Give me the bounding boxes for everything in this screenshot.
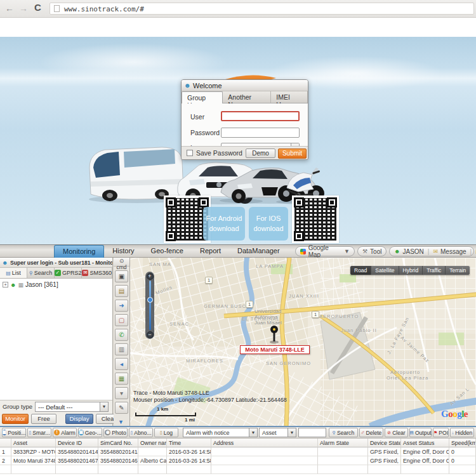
zoom-handle[interactable]	[147, 297, 153, 303]
user-input[interactable]	[221, 111, 300, 121]
session-pill: ☻ JASON | ✉ Message | ▮ Exit	[389, 246, 474, 256]
asset-filter-select[interactable]: Asset ▼	[259, 428, 296, 437]
login-tab-another-name[interactable]: Another Name	[223, 91, 271, 103]
login-tab-group-user[interactable]: Group User	[182, 91, 223, 103]
login-tab-imei-user[interactable]: IMEI User	[271, 91, 308, 103]
nav-tab-report[interactable]: Report	[192, 245, 229, 258]
vehicle-marker-icon[interactable]	[269, 325, 279, 344]
sidebar-tab-search[interactable]: ⚲Search	[27, 268, 55, 278]
cmd-tool-8-button[interactable]: ▦	[115, 373, 128, 385]
zoom-track[interactable]	[149, 281, 151, 330]
ios-download-button[interactable]: For IOS download	[249, 207, 288, 241]
column-header[interactable]: Asset Status	[401, 439, 449, 447]
map-provider-select[interactable]: Google Map ▼	[295, 246, 355, 256]
column-header[interactable]: Device ID	[56, 439, 98, 447]
column-header[interactable]: Asset	[11, 439, 56, 447]
reload-icon[interactable]: C	[34, 2, 41, 13]
submit-button[interactable]: Submit	[278, 149, 307, 159]
cmd-tool-9-button[interactable]: ▾	[115, 387, 128, 399]
table-row[interactable]: 2Moto Maruti 3748-LL35548802014676935548…	[0, 456, 476, 465]
cmd-tool-3-button[interactable]: ➜	[115, 300, 128, 312]
nav-tab-datamanager[interactable]: DataManager	[229, 245, 288, 258]
bottom-tab-log[interactable]: ▯Log	[154, 428, 178, 437]
chevron-down-icon[interactable]: ▼	[249, 428, 257, 437]
zoom-out-icon[interactable]: −	[147, 331, 154, 338]
asset-filter-value: Asset	[262, 430, 277, 436]
nav-tab-geo-fence[interactable]: Geo-fence	[143, 245, 192, 258]
action-button-label: Hidden	[455, 430, 472, 436]
map-type-hybrid[interactable]: Hybrid	[399, 266, 423, 275]
map-canvas[interactable]: SAN MALA PAMPALos MollesSENACGERMAN BUSC…	[130, 258, 476, 426]
delete-button[interactable]: ✐Delete	[359, 428, 383, 437]
cmd-tool-10-button[interactable]: ✎	[115, 402, 128, 414]
map-type-terrain[interactable]: Terrain	[446, 266, 470, 275]
search-button[interactable]: ⚲Search	[329, 428, 358, 437]
chevron-down-icon[interactable]: ▼	[344, 248, 350, 255]
bottom-tab-abno[interactable]: ▯Abno...	[129, 428, 153, 437]
map-zoom-slider[interactable]: + −	[145, 272, 154, 339]
cmd-tool-4-button[interactable]: ▢	[115, 314, 128, 326]
marker-label[interactable]: Moto Maruti 3748-LLE	[240, 345, 310, 354]
expander-icon[interactable]: +	[3, 282, 8, 288]
clear-button[interactable]: ⊘Clear	[385, 428, 408, 437]
android-download-button[interactable]: For Android download	[203, 207, 245, 241]
cmd-tool-2-button[interactable]: ▤	[115, 285, 128, 297]
display-button[interactable]: Display	[65, 414, 93, 424]
monitor-button[interactable]: Monitor	[2, 414, 29, 424]
map-type-road[interactable]: Road	[350, 266, 371, 275]
sidebar-tab-sms360[interactable]: ✉SMS360	[82, 268, 112, 278]
table-row[interactable]: 13833RZP - MOTO3554880201414083554880201…	[0, 447, 476, 456]
google-logo: Google	[441, 409, 468, 420]
sidebar-tab-gprs2[interactable]: ✓GPRS2	[55, 268, 83, 278]
url-text[interactable]: www.sinotrack.com/#	[64, 5, 144, 13]
nav-tab-monitoring[interactable]: Monitoring	[54, 245, 104, 258]
column-header[interactable]: Owner name	[138, 439, 167, 447]
filter-input[interactable]	[298, 428, 326, 437]
nav-tab-history[interactable]: History	[104, 245, 142, 258]
column-header[interactable]: Speed(km/h)	[449, 439, 476, 447]
back-icon[interactable]: ←	[5, 3, 14, 13]
column-header[interactable]: Alarm State	[318, 439, 368, 447]
map-type-satellite[interactable]: Satellite	[371, 266, 399, 275]
column-header[interactable]: SimCard No.	[98, 439, 138, 447]
cmd-tool-7-button[interactable]: ◂	[115, 358, 128, 370]
table-cell	[318, 465, 368, 474]
tree-item-jason[interactable]: + ☻ ▦ Jason [361]	[3, 281, 58, 288]
column-header[interactable]: Time	[167, 439, 211, 447]
hidden-button[interactable]: ↓Hidden	[450, 428, 474, 437]
user-name[interactable]: JASON	[402, 248, 423, 255]
group-type-select[interactable]: --- Default --- ▼	[35, 402, 109, 412]
cmd-tool-6-button[interactable]: ▥	[115, 343, 128, 355]
free-button[interactable]: Free	[31, 414, 56, 424]
message-button[interactable]: Message	[440, 248, 466, 255]
street-label-juan-xxiii: JUAN XXIII	[289, 293, 319, 299]
assets-table: AssetDevice IDSimCard No.Owner nameTimeA…	[0, 439, 476, 476]
save-password-checkbox[interactable]	[187, 150, 193, 156]
poi-button[interactable]: ⚑POI	[433, 428, 449, 437]
bottom-tab-smar[interactable]: ▯Smar...	[27, 428, 51, 437]
tool-button[interactable]: ⚒ Tool	[357, 246, 387, 256]
bottom-tab-alarm[interactable]: !Alarm	[53, 428, 77, 437]
cmd-tool-5-button[interactable]: ✆	[115, 329, 128, 341]
sidebar-tab-list[interactable]: ▤List	[0, 268, 27, 278]
password-input[interactable]	[221, 128, 300, 138]
column-header[interactable]: Device State	[368, 439, 401, 447]
column-header[interactable]	[0, 439, 11, 447]
table-row-empty[interactable]	[0, 465, 476, 474]
cmd-tool-1-button[interactable]: ▣	[115, 270, 128, 282]
address-bar[interactable]: www.sinotrack.com/#	[50, 3, 474, 15]
cmd-header[interactable]: ⊙ cmd	[114, 258, 129, 267]
bottom-tab-positi[interactable]: ▦Positi...	[2, 428, 26, 437]
map-type-traffic[interactable]: Traffic	[423, 266, 446, 275]
output-button[interactable]: ▤Output	[409, 428, 432, 437]
chevron-down-icon[interactable]: ▼	[118, 419, 124, 425]
column-header[interactable]: Address	[211, 439, 318, 447]
forward-icon[interactable]: →	[19, 3, 28, 13]
bottom-tab-photo[interactable]: ◉Photo	[103, 428, 128, 437]
chevron-down-icon[interactable]: ▼	[100, 402, 108, 411]
demo-button[interactable]: Demo	[246, 149, 275, 158]
bottom-tab-geo[interactable]: ▣Geo-...	[78, 428, 102, 437]
zoom-in-icon[interactable]: +	[147, 273, 154, 280]
chevron-down-icon[interactable]: ▼	[288, 428, 296, 437]
alarm-filter-select[interactable]: Alarm with notice ▼	[183, 428, 258, 437]
